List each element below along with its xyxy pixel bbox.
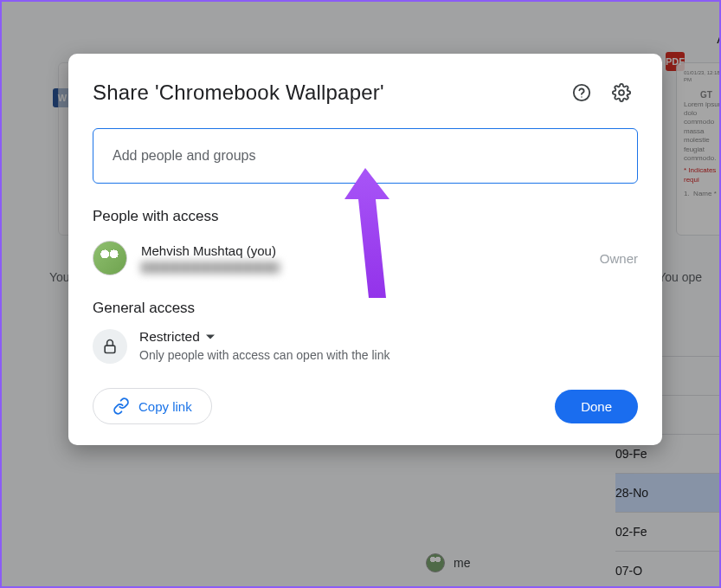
done-button[interactable]: Done: [555, 390, 638, 423]
svg-rect-3: [105, 346, 115, 352]
people-input-container[interactable]: [93, 128, 638, 184]
svg-point-1: [581, 96, 582, 97]
help-button[interactable]: [565, 76, 598, 109]
access-description: Only people with access can open with th…: [139, 348, 390, 362]
caret-down-icon: [205, 332, 216, 342]
owner-name: Mehvish Mushtaq (you): [141, 243, 586, 258]
access-level-dropdown[interactable]: Restricted: [139, 329, 390, 345]
copy-link-label: Copy link: [138, 399, 192, 414]
svg-point-0: [574, 85, 589, 100]
access-level-label: Restricted: [139, 329, 200, 345]
owner-avatar: [93, 241, 127, 275]
share-dialog: Share 'Chromebook Wallpaper' People with…: [68, 54, 662, 445]
owner-email-blurred: [141, 262, 280, 274]
settings-button[interactable]: [605, 76, 638, 109]
lock-icon: [101, 338, 119, 355]
general-access-title: General access: [93, 300, 638, 317]
link-icon: [113, 397, 130, 415]
people-section-title: People with access: [93, 208, 638, 225]
help-icon: [572, 83, 591, 102]
general-access-row: Restricted Only people with access can o…: [93, 329, 638, 364]
add-people-input[interactable]: [113, 148, 618, 164]
gear-icon: [612, 83, 631, 102]
dialog-title: Share 'Chromebook Wallpaper': [93, 81, 558, 105]
lock-icon-container: [93, 329, 127, 364]
owner-role: Owner: [600, 251, 638, 266]
copy-link-button[interactable]: Copy link: [93, 388, 212, 424]
person-row-owner: Mehvish Mushtaq (you) Owner: [93, 237, 638, 279]
svg-point-2: [619, 90, 624, 95]
